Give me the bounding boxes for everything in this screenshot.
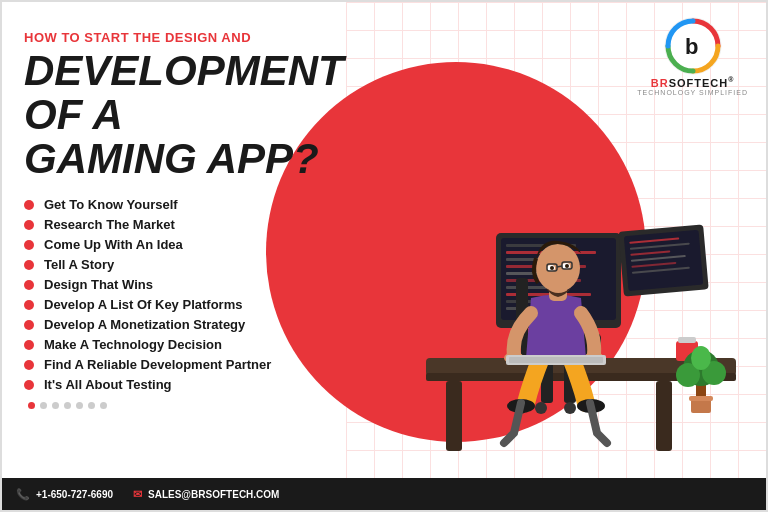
list-item-8: Make A Technology Decision	[24, 337, 362, 352]
list-item-9: Find A Reliable Development Partner	[24, 357, 362, 372]
page-dot-7	[100, 402, 107, 409]
list-item-text: It's All About Testing	[44, 377, 172, 392]
svg-point-42	[536, 244, 580, 292]
left-content-area: HOW TO START THE DESIGN AND DEVELOPMENT …	[2, 2, 382, 512]
logo-tagline: TECHNOLOGY SIMPLIFIED	[637, 89, 748, 96]
list-item-text: Find A Reliable Development Partner	[44, 357, 271, 372]
list-item-text: Come Up With An Idea	[44, 237, 183, 252]
list-item-1: Get To Know Yourself	[24, 197, 362, 212]
page-container: b BRSOFTECH® TECHNOLOGY SIMPLIFIED HOW T…	[0, 0, 768, 512]
bullet-dot	[24, 380, 34, 390]
page-dot-1	[28, 402, 35, 409]
feature-list: Get To Know YourselfResearch The MarketC…	[24, 197, 362, 392]
email-icon: ✉	[133, 488, 142, 501]
list-item-text: Design That Wins	[44, 277, 153, 292]
svg-rect-5	[656, 381, 672, 451]
bullet-dot	[24, 240, 34, 250]
logo-icon: b	[663, 16, 723, 76]
svg-point-32	[535, 402, 547, 414]
bullet-dot	[24, 360, 34, 370]
svg-rect-58	[689, 396, 713, 401]
list-item-text: Research The Market	[44, 217, 175, 232]
list-item-4: Tell A Story	[24, 257, 362, 272]
footer-bar: 📞 +1-650-727-6690 ✉ SALES@BRSOFTECH.COM	[2, 478, 382, 510]
bullet-dot	[24, 260, 34, 270]
svg-point-46	[565, 264, 569, 268]
list-item-text: Develop A List Of Key Platforms	[44, 297, 242, 312]
svg-text:b: b	[685, 34, 698, 59]
desk-illustration	[366, 98, 746, 478]
svg-rect-40	[509, 357, 603, 363]
list-item-7: Develop A Monetization Strategy	[24, 317, 362, 332]
svg-point-56	[691, 346, 711, 370]
pagination-dots	[28, 402, 362, 409]
list-item-10: It's All About Testing	[24, 377, 362, 392]
page-dot-2	[40, 402, 47, 409]
logo-area: b BRSOFTECH® TECHNOLOGY SIMPLIFIED	[637, 16, 748, 96]
list-item-3: Come Up With An Idea	[24, 237, 362, 252]
phone-icon: 📞	[16, 488, 30, 501]
list-item-text: Tell A Story	[44, 257, 114, 272]
svg-point-33	[564, 402, 576, 414]
page-dot-6	[88, 402, 95, 409]
svg-line-49	[557, 266, 562, 267]
bullet-dot	[24, 200, 34, 210]
list-item-text: Make A Technology Decision	[44, 337, 222, 352]
page-dot-4	[64, 402, 71, 409]
svg-rect-51	[678, 337, 696, 343]
bullet-dot	[24, 280, 34, 290]
logo-brand-name: BRSOFTECH® TECHNOLOGY SIMPLIFIED	[637, 76, 748, 96]
main-title: DEVELOPMENT OF A GAMING APP?	[24, 49, 362, 181]
bullet-dot	[24, 340, 34, 350]
list-item-text: Get To Know Yourself	[44, 197, 178, 212]
email-address: SALES@BRSOFTECH.COM	[148, 489, 279, 500]
list-item-5: Design That Wins	[24, 277, 362, 292]
svg-rect-4	[446, 381, 462, 451]
phone-number: +1-650-727-6690	[36, 489, 113, 500]
footer-right-bg	[378, 478, 766, 510]
list-item-6: Develop A List Of Key Platforms	[24, 297, 362, 312]
list-item-text: Develop A Monetization Strategy	[44, 317, 245, 332]
bullet-dot	[24, 320, 34, 330]
bullet-dot	[24, 220, 34, 230]
page-dot-3	[52, 402, 59, 409]
phone-item: 📞 +1-650-727-6690	[16, 488, 113, 501]
svg-point-45	[550, 266, 554, 270]
list-item-2: Research The Market	[24, 217, 362, 232]
bullet-dot	[24, 300, 34, 310]
email-item: ✉ SALES@BRSOFTECH.COM	[133, 488, 279, 501]
subtitle-text: HOW TO START THE DESIGN AND	[24, 30, 362, 45]
page-dot-5	[76, 402, 83, 409]
